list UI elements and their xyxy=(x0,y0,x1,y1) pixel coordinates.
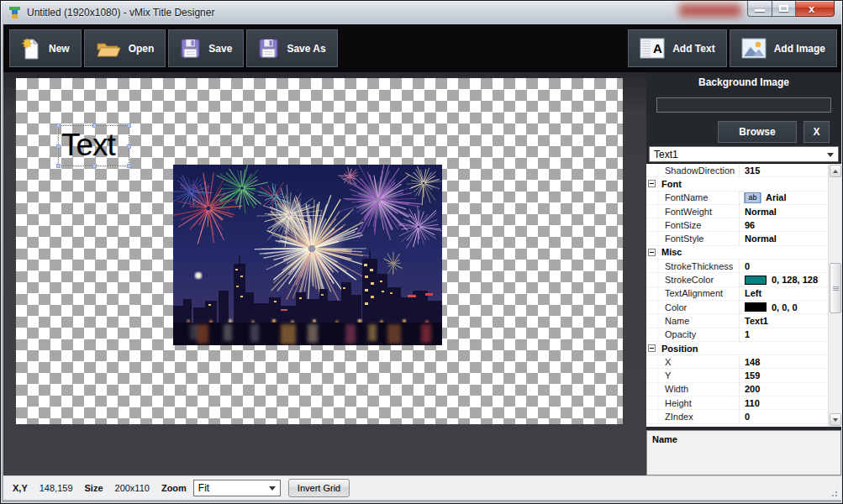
property-row-fontname[interactable]: FontNameabArial xyxy=(646,192,828,205)
toolbar: New Open xyxy=(3,24,841,72)
property-value[interactable]: 315 xyxy=(740,165,828,176)
resize-handle-se[interactable] xyxy=(127,164,131,168)
property-row-fontweight[interactable]: FontWeightNormal xyxy=(646,205,828,218)
resize-handle-n[interactable] xyxy=(92,123,97,128)
invert-grid-button[interactable]: Invert Grid xyxy=(288,479,350,497)
clear-background-button[interactable]: X xyxy=(803,121,830,143)
property-value[interactable]: 1 xyxy=(740,329,828,339)
image-element[interactable] xyxy=(173,165,442,345)
property-row-height[interactable]: Height110 xyxy=(646,396,828,410)
resize-handle-sw[interactable] xyxy=(56,164,61,168)
property-value[interactable]: 0 xyxy=(740,261,828,271)
property-grid-scrollbar[interactable] xyxy=(828,164,841,427)
property-row-strokethickness[interactable]: StrokeThickness0 xyxy=(646,260,828,273)
collapse-icon[interactable] xyxy=(648,180,656,187)
property-category-position[interactable]: Position xyxy=(646,342,828,355)
property-value[interactable]: abArial xyxy=(740,192,828,203)
zoom-combobox[interactable]: Fit xyxy=(193,480,281,496)
property-row-color[interactable]: Color0, 0, 0 xyxy=(646,301,828,314)
property-value[interactable]: Text1 xyxy=(740,316,828,326)
property-value-text: 110 xyxy=(745,398,760,408)
property-row-y[interactable]: Y159 xyxy=(646,369,828,382)
property-label: X xyxy=(658,355,740,368)
property-value[interactable]: 0, 128, 128 xyxy=(740,275,828,285)
resize-grip[interactable] xyxy=(828,487,839,498)
resize-handle-w[interactable] xyxy=(56,144,61,149)
property-category-font[interactable]: Font xyxy=(646,177,828,191)
color-swatch[interactable] xyxy=(745,276,767,285)
property-value[interactable]: Normal xyxy=(740,207,828,217)
property-value-text: 148 xyxy=(745,357,760,367)
new-button-label: New xyxy=(49,43,70,55)
collapse-icon[interactable] xyxy=(648,249,656,256)
background-image-path-input[interactable] xyxy=(656,97,831,113)
property-value[interactable]: 200 xyxy=(740,384,828,394)
text-element[interactable]: Text xyxy=(58,125,129,166)
property-category-misc[interactable]: Misc xyxy=(646,246,828,260)
property-row-fontstyle[interactable]: FontStyleNormal xyxy=(646,232,828,245)
property-row-textalignment[interactable]: TextAlignmentLeft xyxy=(646,287,828,301)
property-label: FontName xyxy=(658,192,740,204)
resize-handle-s[interactable] xyxy=(92,164,97,168)
color-swatch[interactable] xyxy=(745,302,767,312)
save-as-floppy-icon xyxy=(258,38,279,59)
property-value[interactable]: 0 xyxy=(740,412,828,422)
zoom-value: Fit xyxy=(198,482,209,494)
scrollbar-thumb[interactable] xyxy=(830,263,841,313)
property-grid: ShadowDirection315FontFontNameabArialFon… xyxy=(646,163,841,427)
property-row-width[interactable]: Width200 xyxy=(646,383,828,396)
property-value[interactable]: 0, 0, 0 xyxy=(740,302,828,312)
property-value[interactable]: 159 xyxy=(740,370,828,381)
scroll-up-button[interactable] xyxy=(830,165,841,177)
save-as-button[interactable]: Save As xyxy=(246,29,337,67)
resize-handle-ne[interactable] xyxy=(127,123,131,128)
property-grid-rows: ShadowDirection315FontFontNameabArialFon… xyxy=(646,164,828,427)
client-area: New Open xyxy=(3,24,841,500)
design-canvas[interactable]: Text xyxy=(16,78,623,424)
save-floppy-icon xyxy=(180,38,201,59)
property-row-strokecolor[interactable]: StrokeColor0, 128, 128 xyxy=(646,273,828,286)
property-label: ShadowDirection xyxy=(658,164,740,176)
property-row-shadowdirection[interactable]: ShadowDirection315 xyxy=(646,164,828,177)
property-label: Width xyxy=(658,383,740,396)
add-text-button-label: Add Text xyxy=(672,43,714,55)
property-row-x[interactable]: X148 xyxy=(646,355,828,369)
background-image-section: Background Image Browse X xyxy=(646,72,841,144)
resize-handle-nw[interactable] xyxy=(56,123,61,128)
collapse-icon[interactable] xyxy=(648,344,656,352)
maximize-button[interactable] xyxy=(772,1,796,17)
property-value[interactable]: Left xyxy=(740,288,828,298)
browse-button[interactable]: Browse xyxy=(718,121,797,143)
property-value-text: 159 xyxy=(745,370,760,381)
new-document-icon xyxy=(21,36,41,61)
property-row-fontsize[interactable]: FontSize96 xyxy=(646,218,828,232)
resize-handle-e[interactable] xyxy=(127,144,131,149)
property-row-zindex[interactable]: ZIndex0 xyxy=(646,410,828,423)
minimize-icon xyxy=(755,9,765,12)
add-text-button[interactable]: A Add Text xyxy=(628,29,726,67)
new-button[interactable]: New xyxy=(9,29,82,67)
svg-text:A: A xyxy=(653,41,662,55)
save-as-button-label: Save As xyxy=(287,43,325,55)
scroll-down-button[interactable] xyxy=(830,413,841,426)
property-label: Y xyxy=(658,369,740,381)
category-label: Position xyxy=(658,344,698,354)
save-button[interactable]: Save xyxy=(168,29,244,67)
property-value[interactable]: 96 xyxy=(740,220,828,230)
property-row-opacity[interactable]: Opacity1 xyxy=(646,328,828,342)
property-value[interactable]: Normal xyxy=(740,234,828,244)
design-canvas-area: Text xyxy=(3,72,646,475)
element-selector-combobox[interactable]: Text1 xyxy=(649,146,839,162)
open-button[interactable]: Open xyxy=(84,29,166,67)
minimize-button[interactable] xyxy=(747,1,772,17)
font-editor-chip[interactable]: ab xyxy=(745,192,761,203)
add-image-button[interactable]: Add Image xyxy=(730,29,837,67)
app-icon xyxy=(8,6,22,19)
property-value[interactable]: 148 xyxy=(740,357,828,367)
property-row-name[interactable]: NameText1 xyxy=(646,314,828,328)
property-value-text: 200 xyxy=(745,384,760,394)
property-value[interactable]: 110 xyxy=(740,398,828,408)
close-button[interactable]: x xyxy=(796,1,835,17)
element-selector-value: Text1 xyxy=(654,149,678,160)
description-panel: Name xyxy=(646,430,841,475)
